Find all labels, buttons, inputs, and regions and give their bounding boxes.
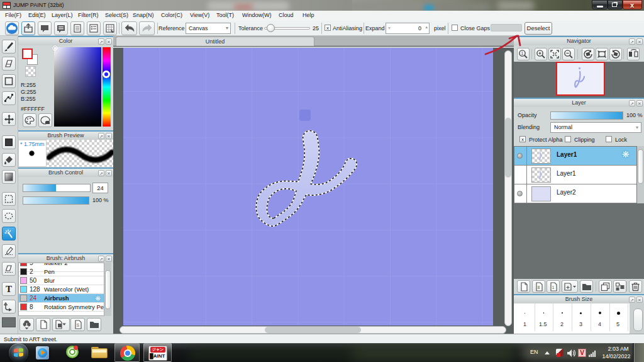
svg-text:S: S	[76, 323, 79, 327]
svg-text:8: 8	[537, 285, 540, 290]
svg-text:1: 1	[552, 285, 554, 290]
